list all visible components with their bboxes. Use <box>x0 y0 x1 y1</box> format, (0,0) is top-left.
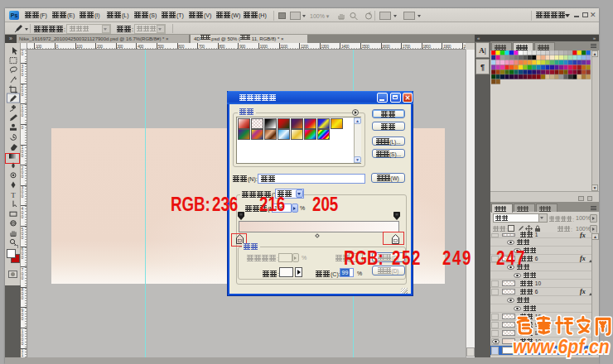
svg-text:T: T <box>11 191 16 199</box>
